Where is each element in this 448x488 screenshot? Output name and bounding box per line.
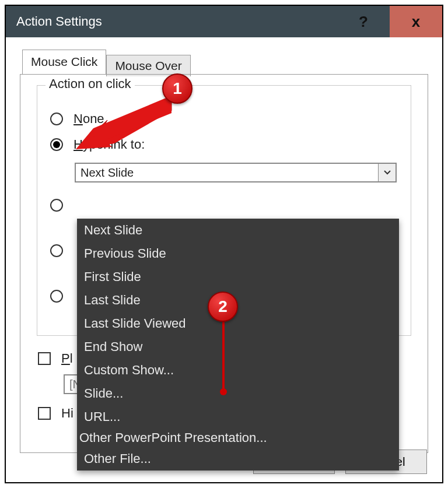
dropdown-item-url[interactable]: URL... (77, 405, 399, 429)
dropdown-item-end-show[interactable]: End Show (77, 335, 399, 359)
radio-hyperlink-to[interactable] (50, 138, 63, 151)
combo-selected-text: Next Slide (76, 166, 378, 180)
dialog-body: Mouse Click Mouse Over Action on click N… (6, 37, 442, 482)
dropdown-item-next-slide[interactable]: Next Slide (77, 219, 399, 242)
tab-strip: Mouse Click Mouse Over (22, 48, 428, 75)
dropdown-item-previous-slide[interactable]: Previous Slide (77, 242, 399, 265)
label-play-sound: Pl (61, 351, 73, 366)
radio-hidden-1[interactable] (50, 199, 63, 212)
dropdown-item-last-slide-viewed[interactable]: Last Slide Viewed (77, 312, 399, 335)
annotation-arrow (74, 93, 173, 149)
dropdown-item-slide[interactable]: Slide... (77, 382, 399, 405)
chevron-down-icon[interactable] (378, 164, 396, 181)
annotation-marker-2: 2 (208, 292, 238, 322)
titlebar: Action Settings ? x (6, 6, 442, 37)
annotation-connector (222, 322, 225, 393)
dialog-window: Action Settings ? x Mouse Click Mouse Ov… (5, 5, 443, 483)
close-button[interactable]: x (390, 6, 442, 37)
dropdown-item-first-slide[interactable]: First Slide (77, 265, 399, 289)
hyperlink-dropdown-list[interactable]: Next Slide Previous Slide First Slide La… (77, 219, 399, 471)
dropdown-item-other-file[interactable]: Other File... (77, 447, 399, 471)
annotation-marker-1: 1 (162, 73, 192, 104)
dialog-title: Action Settings (6, 14, 337, 29)
dropdown-item-last-slide[interactable]: Last Slide (77, 289, 399, 312)
checkbox-highlight-click[interactable] (38, 407, 51, 420)
dropdown-item-other-ppt[interactable]: Other PowerPoint Presentation... (79, 430, 397, 445)
label-highlight-click: Hi (61, 406, 74, 421)
dropdown-item-other-ppt-wrap[interactable]: Other PowerPoint Presentation... (77, 429, 399, 447)
radio-none[interactable] (50, 113, 63, 125)
option-row-hidden-1 (50, 199, 400, 212)
help-button[interactable]: ? (337, 6, 390, 37)
hyperlink-combobox[interactable]: Next Slide (75, 163, 397, 182)
dropdown-item-custom-show[interactable]: Custom Show... (77, 359, 399, 382)
tab-mouse-click[interactable]: Mouse Click (22, 50, 106, 75)
radio-hidden-3[interactable] (50, 290, 63, 303)
group-legend: Action on click (46, 76, 135, 92)
checkbox-play-sound[interactable] (38, 352, 51, 365)
radio-hidden-2[interactable] (50, 244, 63, 257)
